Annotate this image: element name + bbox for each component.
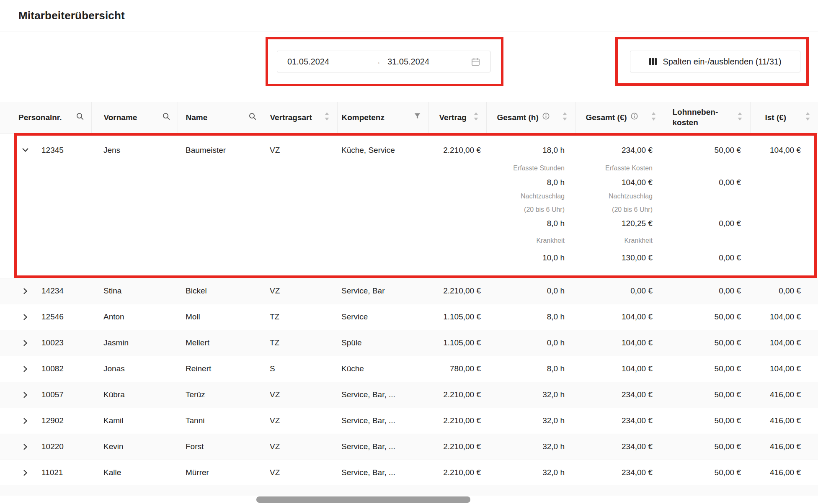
arrow-right-icon: →	[372, 57, 387, 66]
column-header-vertragsart[interactable]: Vertragsart	[264, 102, 337, 133]
cell-vertrag: 2.210,00 €	[428, 278, 486, 304]
expand-row-button[interactable]	[21, 391, 29, 399]
cell-vertragsart: VZ	[264, 408, 337, 434]
sort-icon[interactable]	[651, 112, 656, 123]
scrollbar-thumb[interactable]	[256, 496, 470, 503]
column-header-vertrag[interactable]: Vertrag	[428, 102, 486, 133]
personalnr-cell-wrap: 12546	[0, 304, 91, 330]
cell-vertragsart: S	[264, 356, 337, 382]
detail-lnk-value: 0,00 €	[664, 175, 750, 190]
cell-vorname: Anton	[91, 304, 178, 330]
column-header-personalnr[interactable]: Personalnr.	[0, 102, 91, 133]
cell-vertrag: 780,00 €	[428, 356, 486, 382]
cell-vertrag: 1.105,00 €	[428, 304, 486, 330]
sort-icon[interactable]	[324, 112, 330, 123]
table-header: Personalnr. Vorname Name	[0, 102, 818, 133]
cell-name: Tanni	[178, 408, 264, 434]
expand-row-button[interactable]	[21, 468, 29, 477]
personalnr-cell-wrap: 10220	[0, 434, 91, 460]
columns-toggle-button[interactable]: Spalten ein-/ausblenden (11/31)	[630, 51, 800, 72]
collapse-row-button[interactable]	[21, 146, 29, 154]
cell-ist: 104,00 €	[750, 330, 818, 356]
personalnr-cell-wrap: 10082	[0, 356, 91, 382]
date-range-picker[interactable]: 01.05.2024 → 31.05.2024	[277, 51, 490, 72]
cell-personalnr: 10082	[41, 364, 64, 373]
expand-row-button[interactable]	[21, 442, 29, 451]
cell-personalnr: 12345	[41, 146, 64, 155]
personalnr-cell-wrap: 11021	[0, 460, 91, 486]
cell-lohnnebenkosten: 50,00 €	[664, 139, 750, 161]
cell-ist: 416,00 €	[750, 460, 818, 486]
cell-lohnnebenkosten: 50,00 €	[664, 460, 750, 486]
cell-gesamt-h: 18,0 h	[486, 139, 575, 161]
table-row: 10023 Jasmin Mellert TZ Spüle 1.105,00 €…	[0, 330, 818, 356]
detail-hours-value: 10,0 h	[486, 251, 575, 265]
personalnr-cell-wrap: 10057	[0, 382, 91, 408]
expand-row-button[interactable]	[21, 339, 29, 347]
cell-lohnnebenkosten: 50,00 €	[664, 356, 750, 382]
cell-vertrag: 2.210,00 €	[428, 139, 486, 161]
cell-vertragsart: VZ	[264, 278, 337, 304]
column-label: Gesamt (h)	[497, 112, 539, 123]
cell-gesamt-h: 32,0 h	[486, 382, 575, 408]
expand-row-button[interactable]	[21, 417, 29, 425]
table-row: 12902 Kamil Tanni VZ Service, Bar, ... 2…	[0, 408, 818, 434]
search-icon[interactable]	[76, 113, 84, 122]
search-icon[interactable]	[249, 113, 256, 122]
column-header-name[interactable]: Name	[178, 102, 264, 133]
cell-vertragsart: VZ	[264, 139, 337, 161]
detail-cost-value: 130,00 €	[575, 251, 664, 265]
cell-lohnnebenkosten: 50,00 €	[664, 434, 750, 460]
cell-name: Baumeister	[178, 139, 264, 161]
expand-row-button[interactable]	[21, 365, 29, 373]
column-header-vorname[interactable]: Vorname	[91, 102, 178, 133]
cell-name: Forst	[178, 434, 264, 460]
sort-icon[interactable]	[562, 112, 568, 123]
info-icon[interactable]	[542, 113, 550, 122]
cell-vertrag: 1.105,00 €	[428, 330, 486, 356]
cell-personalnr: 14234	[41, 286, 64, 296]
cell-vertrag: 2.210,00 €	[428, 434, 486, 460]
expand-row-button[interactable]	[21, 287, 29, 295]
cell-name: Mellert	[178, 330, 264, 356]
cell-vorname: Jens	[91, 139, 178, 161]
table-body: 12345 Jens Baumeister VZ Küche, Service …	[0, 133, 818, 504]
table-row: 10220 Kevin Forst VZ Service, Bar, ... 2…	[0, 434, 818, 460]
cell-name: Reinert	[178, 356, 264, 382]
cell-vorname: Kamil	[91, 408, 178, 434]
personalnr-cell-wrap: 12902	[0, 408, 91, 434]
cell-kompetenz: Küche, Service	[337, 139, 428, 161]
cell-personalnr: 11021	[41, 468, 63, 477]
cell-gesamt-eur: 234,00 €	[575, 382, 664, 408]
column-label: Vertragsart	[270, 112, 312, 123]
cell-vertragsart: VZ	[264, 434, 337, 460]
cell-vorname: Kübra	[91, 382, 178, 408]
column-header-kompetenz[interactable]: Kompetenz	[337, 102, 428, 133]
detail-hours-value: 8,0 h	[486, 216, 575, 231]
detail-lnk-value: 0,00 €	[664, 216, 750, 231]
expand-row-button[interactable]	[21, 313, 29, 321]
cell-kompetenz: Service, Bar, ...	[337, 460, 428, 486]
page-title: Mitarbeiterübersicht	[18, 9, 125, 22]
cell-gesamt-eur: 104,00 €	[575, 356, 664, 382]
start-date-value[interactable]: 01.05.2024	[287, 57, 372, 67]
column-header-lohnnebenkosten[interactable]: Lohnneben- kosten	[664, 102, 750, 133]
column-header-gesamt-h[interactable]: Gesamt (h)	[486, 102, 575, 133]
sort-icon[interactable]	[473, 112, 479, 123]
cell-lohnnebenkosten: 0,00 €	[664, 278, 750, 304]
detail-hours-label: Erfasste Stunden	[486, 161, 575, 175]
detail-hours-label: Krankheit	[486, 231, 575, 251]
detail-cost-label: Nachtzuschlag (20 bis 6 Uhr)	[575, 190, 664, 216]
sort-icon[interactable]	[805, 112, 810, 123]
info-icon[interactable]	[631, 113, 638, 122]
cell-vertrag: 2.210,00 €	[428, 460, 486, 486]
column-header-gesamt-eur[interactable]: Gesamt (€)	[575, 102, 664, 133]
column-header-ist[interactable]: Ist (€)	[750, 102, 818, 133]
calendar-icon	[471, 57, 480, 66]
sort-icon[interactable]	[737, 112, 743, 123]
filter-icon[interactable]	[414, 113, 421, 122]
cell-personalnr: 12902	[41, 416, 64, 425]
search-icon[interactable]	[163, 113, 170, 122]
end-date-value[interactable]: 31.05.2024	[387, 57, 429, 67]
screen: Mitarbeiterübersicht 01.05.2024 → 31.05.…	[0, 0, 818, 504]
